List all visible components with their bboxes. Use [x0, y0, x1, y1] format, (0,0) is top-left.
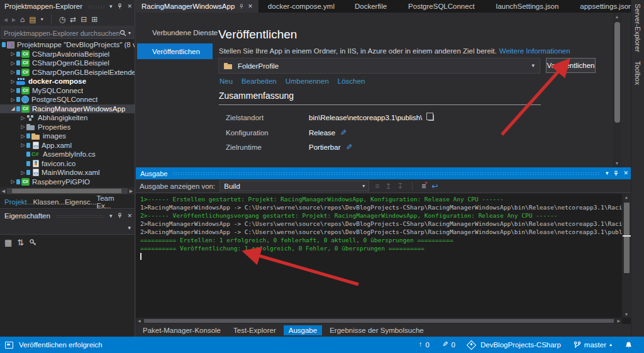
close-icon[interactable]: ✕ [623, 171, 628, 176]
notifications-button[interactable] [625, 341, 633, 349]
tree-item-project[interactable]: ▷ RaspberryPiGPIO [0, 177, 135, 187]
tree-item-properties[interactable]: ▷ Properties [0, 123, 135, 132]
next-message-icon[interactable]: ↧ [397, 182, 403, 190]
doc-tab-appsettings[interactable]: appsettings.json [574, 0, 638, 13]
nav-forward-icon[interactable]: ▸ [12, 16, 16, 23]
console-vertical-scrollbar[interactable]: ▲ ▼ [622, 194, 631, 318]
tab-projektmappen[interactable]: Projekt... [4, 198, 33, 206]
expander-icon[interactable]: ▷ [19, 170, 26, 176]
learn-more-link[interactable]: Weitere Informationen [499, 47, 570, 55]
expander-icon[interactable]: ▷ [9, 51, 16, 57]
output-titlebar[interactable]: Ausgabe ▾ ✕ [136, 167, 631, 179]
rename-profile-link[interactable]: Umbenennen [286, 77, 329, 85]
doc-tab-dockerfile[interactable]: Dockerfile [349, 0, 392, 13]
expander-icon[interactable]: ▷ [9, 97, 16, 103]
switch-views-icon[interactable]: ▤ [29, 16, 36, 23]
pin-icon[interactable] [238, 4, 244, 9]
output-console[interactable]: 1>------ Erstellen gestartet: Projekt: R… [136, 194, 631, 324]
pending-changes-icon[interactable]: ◷ [59, 16, 65, 23]
scroll-right-icon[interactable]: ▶ [615, 319, 622, 323]
nav-veroeffentlichen-selected[interactable]: Veröffentlichen [137, 43, 213, 59]
alphabetical-sort-icon[interactable]: ⇅ [17, 238, 24, 247]
publish-vertical-scrollbar[interactable]: ▲ ▼ [613, 13, 621, 167]
tree-item-project[interactable]: ▷ CSharpOpenGLBeispielExtended [0, 68, 135, 77]
window-menu-icon[interactable]: ▾ [109, 4, 113, 9]
doc-tab-racingmanager[interactable]: RacingManagerWindowsApp ✕ [136, 0, 258, 13]
find-message-icon[interactable]: ≡ [375, 182, 379, 190]
tree-item-project[interactable]: ▷ MySQLConnect [0, 86, 135, 96]
tab-toolbox[interactable]: Toolbox [634, 61, 641, 85]
scrollbar-thumb[interactable] [624, 203, 630, 273]
tree-item-project-selected[interactable]: ◢ RacingManagerWindowsApp [0, 104, 135, 114]
tab-test-explorer[interactable]: Test-Explorer [228, 325, 281, 335]
tab-ausgabe[interactable]: Ausgabe [284, 325, 322, 335]
scrollbar-thumb[interactable] [144, 319, 614, 323]
scroll-down-icon[interactable]: ▼ [625, 311, 629, 318]
tab-klassenansicht[interactable]: Klassen... [33, 198, 65, 206]
doc-tab-postgresqlconnect[interactable]: PostgreSQLConnect [402, 0, 480, 13]
expander-icon[interactable]: ▷ [19, 124, 26, 130]
switch-views-chevron-icon[interactable]: ▾ [41, 17, 43, 22]
doc-tab-docker-compose[interactable]: docker-compose.yml [262, 0, 340, 13]
solution-explorer-header[interactable]: Projektmappen-Explorer ▾ ✕ [0, 0, 135, 13]
nav-verbundene-dienste[interactable]: Verbundene Dienste [152, 29, 218, 36]
chevron-down-icon[interactable]: ▾ [128, 225, 131, 231]
window-menu-icon[interactable]: ▾ [606, 171, 609, 176]
scroll-right-icon[interactable]: ▶ [128, 189, 135, 194]
console-horizontal-scrollbar[interactable]: ◀ ▶ [136, 318, 622, 324]
copy-path-icon[interactable] [428, 115, 434, 121]
tree-item-folder[interactable]: ▷ images [0, 132, 135, 141]
close-icon[interactable]: ✕ [127, 213, 132, 219]
scroll-up-icon[interactable]: ▲ [625, 194, 629, 201]
home-icon[interactable]: ⌂ [20, 16, 25, 23]
solution-search-box[interactable]: ▾ [1, 27, 134, 39]
branch-selector[interactable]: master ▴ [574, 341, 612, 349]
scroll-left-icon[interactable]: ◀ [136, 319, 143, 323]
tree-item-file[interactable]: ▷ MainWindow.xaml [0, 168, 135, 177]
scroll-up-icon[interactable]: ▲ [615, 13, 619, 21]
tab-eigenschaften[interactable]: Eigensc... [65, 198, 97, 206]
edit-pencil-icon[interactable]: ✎ [346, 143, 352, 151]
repository-selector[interactable]: DevBlogProjects-CSharp [468, 341, 561, 349]
close-icon[interactable]: ✕ [248, 4, 253, 9]
categorized-view-icon[interactable]: ▦ [4, 238, 12, 247]
expander-icon[interactable]: ▷ [9, 79, 16, 84]
doc-tab-launchsettings[interactable]: launchSettings.json [491, 0, 565, 13]
close-icon[interactable]: ✕ [127, 4, 132, 9]
collapse-all-icon[interactable]: ⊟ [80, 16, 87, 23]
scroll-down-icon[interactable]: ▼ [615, 159, 619, 167]
expander-icon[interactable]: ▷ [19, 115, 26, 121]
expander-icon[interactable]: ▷ [9, 60, 16, 66]
word-wrap-icon[interactable]: ↩ [431, 182, 438, 190]
clear-all-icon[interactable]: ≡ ✕ [421, 182, 426, 191]
window-menu-icon[interactable]: ▾ [109, 213, 113, 219]
tree-item-file[interactable]: AssemblyInfo.cs [0, 150, 135, 159]
publish-profile-dropdown[interactable]: FolderProfile ▾ [218, 58, 540, 74]
previous-message-icon[interactable]: ↥ [385, 182, 391, 190]
new-profile-link[interactable]: Neu [219, 77, 233, 85]
expander-icon[interactable]: ▷ [19, 142, 26, 148]
tree-item-project[interactable]: ▷ PostgreSQLConnect [0, 95, 135, 104]
tab-symbolsuche[interactable]: Ergebnisse der Symbolsuche [325, 325, 429, 335]
expander-icon[interactable]: ▷ [19, 133, 26, 139]
scroll-left-icon[interactable]: ◀ [0, 189, 7, 194]
chevron-down-icon[interactable]: ▾ [531, 63, 535, 69]
pin-icon[interactable] [116, 213, 123, 219]
tab-paket-manager-konsole[interactable]: Paket-Manager-Konsole [138, 325, 226, 335]
solution-horizontal-scrollbar[interactable]: ◀ ▶ [0, 188, 135, 194]
search-icon[interactable] [119, 30, 126, 36]
delete-profile-link[interactable]: Löschen [338, 77, 365, 85]
expander-icon[interactable]: ▷ [9, 87, 16, 93]
output-source-combobox[interactable]: Build ▾ [219, 181, 369, 191]
expander-icon[interactable]: ▷ [9, 69, 16, 75]
sync-with-active-document-icon[interactable]: ⇄ [70, 16, 76, 23]
properties-object-combobox[interactable]: ▾ [0, 222, 135, 235]
tab-server-explorer[interactable]: Server-Explorer [634, 4, 641, 52]
search-options-chevron-icon[interactable]: ▾ [128, 31, 131, 36]
show-all-files-icon[interactable]: ⊞ [91, 16, 97, 23]
pin-icon[interactable] [116, 3, 123, 9]
edit-profile-link[interactable]: Bearbeiten [242, 77, 277, 85]
tab-team-explorer[interactable]: Team Ex... [96, 194, 130, 210]
expander-icon[interactable]: ▷ [9, 179, 16, 184]
tree-item-project[interactable]: ▷ CSharpOgenGLBeispiel [0, 59, 135, 68]
